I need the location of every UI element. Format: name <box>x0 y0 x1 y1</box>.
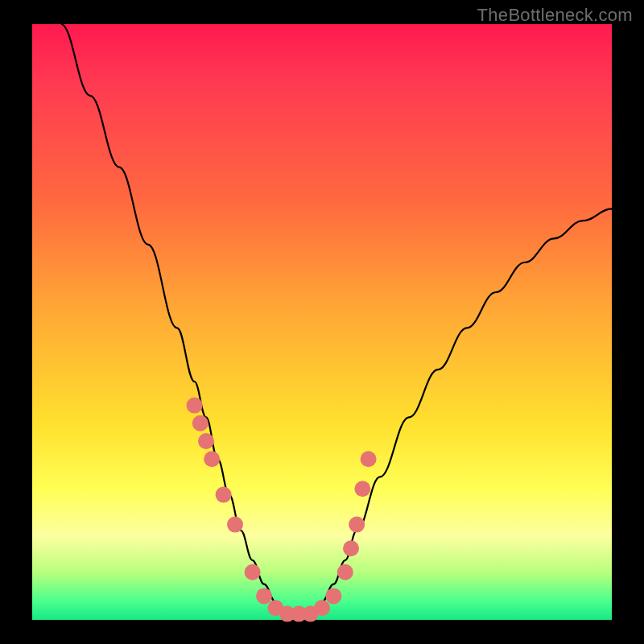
marker-dot <box>204 451 220 467</box>
marker-dot <box>198 433 214 449</box>
marker-dot <box>337 564 353 580</box>
marker-dot <box>325 588 341 604</box>
marker-dot <box>192 415 208 431</box>
curve-layer <box>32 24 612 620</box>
chart-frame: TheBottleneck.com <box>0 0 644 644</box>
marker-dot <box>349 517 365 533</box>
marker-dot <box>245 564 261 580</box>
plot-area <box>32 24 612 620</box>
marker-dot <box>314 600 330 616</box>
bottleneck-curve <box>61 24 612 617</box>
marker-dots-group <box>187 398 377 622</box>
marker-dot <box>187 398 203 414</box>
marker-dot <box>216 487 232 503</box>
marker-dot <box>256 588 272 604</box>
marker-dot <box>227 517 243 533</box>
marker-dot <box>361 451 377 467</box>
watermark-text: TheBottleneck.com <box>477 5 633 26</box>
marker-dot <box>354 481 370 497</box>
marker-dot <box>343 540 359 556</box>
